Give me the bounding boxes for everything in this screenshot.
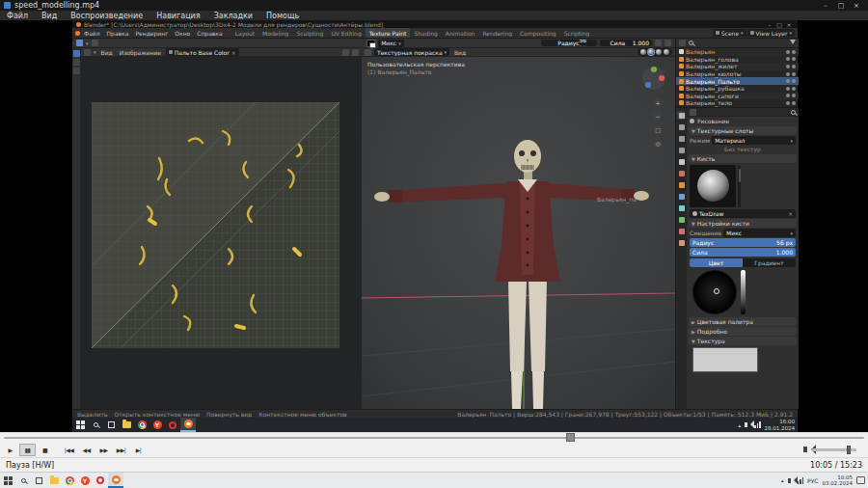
keyboard-language-label[interactable]: РУС: [807, 477, 818, 484]
stop-button[interactable]: ■: [37, 444, 53, 456]
blender-close-button[interactable]: ×: [784, 21, 794, 28]
eye-icon[interactable]: [786, 65, 790, 68]
material-shading-icon[interactable]: [656, 49, 662, 55]
tray-expand-icon[interactable]: ▴: [738, 422, 741, 428]
render-visibility-icon[interactable]: [792, 50, 796, 54]
bl-menu-edit[interactable]: Правка: [104, 30, 132, 37]
bl-menu-file[interactable]: Файл: [81, 30, 103, 37]
video-clock[interactable]: 16:00 28.01.2024: [765, 419, 796, 431]
image-selector[interactable]: Пальто Base Color ×: [166, 48, 239, 56]
frame-step-button[interactable]: ▶|: [130, 444, 147, 456]
brush-list-scrollbar[interactable]: [738, 165, 741, 207]
properties-tab-data[interactable]: [677, 215, 686, 224]
panel-texture-slots[interactable]: ▼Текстурные слоты: [689, 126, 797, 135]
outliner-item[interactable]: Валерьян_жилет: [676, 63, 799, 70]
mask-toggle-icon[interactable]: [342, 49, 349, 56]
chrome-icon[interactable]: [62, 473, 77, 488]
start-button-video[interactable]: [72, 418, 88, 432]
unlink-image-icon[interactable]: ×: [231, 49, 236, 56]
minimize-button[interactable]: –: [818, 2, 833, 10]
render-visibility-icon[interactable]: [792, 79, 796, 83]
image-image-menu[interactable]: Изображение: [118, 49, 163, 56]
tab-scripting[interactable]: Scripting: [560, 28, 594, 38]
eye-icon[interactable]: [786, 87, 790, 91]
wireframe-shading-icon[interactable]: [640, 49, 646, 55]
volume-tray-icon[interactable]: [788, 478, 791, 483]
seek-bar[interactable]: [0, 432, 868, 442]
color-wheel[interactable]: [692, 270, 737, 314]
fast-forward-button[interactable]: ▶▶: [95, 444, 112, 456]
mode-select[interactable]: Текстурная покраска▾: [374, 48, 449, 56]
tray-expand-icon[interactable]: ▴: [781, 477, 784, 483]
rendered-shading-icon[interactable]: [664, 49, 669, 55]
draw-brush-icon[interactable]: [73, 50, 80, 57]
outliner-editor-type-icon[interactable]: [679, 40, 686, 46]
navigation-gizmo[interactable]: [642, 67, 665, 90]
annotate-icon[interactable]: [73, 68, 80, 74]
play-button[interactable]: ▶: [2, 444, 18, 456]
zoom-icon[interactable]: +: [653, 97, 663, 107]
bl-menu-render[interactable]: Рендеринг: [132, 30, 171, 37]
blender-taskbar-icon-video[interactable]: [180, 418, 196, 432]
search-icon-video[interactable]: [88, 418, 103, 432]
outliner-item[interactable]: Валерьян_сапоги: [676, 93, 799, 100]
brush-preset-icon[interactable]: [92, 40, 98, 46]
primary-color-swatch[interactable]: [366, 40, 375, 47]
tab-shading[interactable]: Shading: [410, 28, 441, 38]
falloff-icon[interactable]: [655, 40, 662, 46]
tab-compositing[interactable]: Compositing: [516, 28, 560, 38]
chrome-icon-video[interactable]: [134, 418, 149, 432]
symmetry-icon[interactable]: [665, 40, 671, 46]
outliner-search-icon[interactable]: [689, 41, 693, 45]
gizmo-y-axis-icon[interactable]: [651, 67, 657, 72]
tab-layout[interactable]: Layout: [231, 28, 258, 38]
volume-tray-icon[interactable]: [745, 422, 747, 427]
bl-menu-window[interactable]: Окно: [172, 30, 193, 37]
media-player-taskbar-icon[interactable]: [108, 473, 123, 488]
skip-back-button[interactable]: |◀◀: [61, 444, 77, 456]
viewport-canvas[interactable]: Валерьян_па Пользовательская перспектива…: [362, 57, 675, 409]
tab-uv-editing[interactable]: UV Editing: [327, 28, 365, 38]
overlay-toggle-icon[interactable]: [352, 49, 359, 56]
ortho-toggle-icon[interactable]: ◎: [653, 138, 663, 148]
blend-mode-select[interactable]: Микс▾: [378, 40, 404, 47]
eye-icon[interactable]: [786, 79, 790, 83]
unlink-brush-icon[interactable]: ×: [788, 210, 793, 217]
outliner-item[interactable]: Валерьян_голова: [676, 56, 799, 64]
texture-preview[interactable]: [692, 347, 758, 372]
camera-view-icon[interactable]: □: [653, 124, 663, 134]
image-editor-type-icon[interactable]: [84, 49, 91, 56]
outliner-item[interactable]: Валерьян_тело: [676, 99, 799, 107]
task-view-icon-video[interactable]: [103, 418, 119, 432]
volume-icon[interactable]: [803, 447, 807, 452]
viewport-view-menu[interactable]: Вид: [452, 49, 468, 56]
tab-color[interactable]: Цвет: [690, 258, 743, 267]
yandex-icon[interactable]: Y: [77, 473, 93, 488]
properties-tab-render[interactable]: [677, 122, 686, 131]
close-button[interactable]: ×: [849, 2, 864, 10]
view-layer-selector[interactable]: View Layer▾: [747, 29, 795, 37]
filter-funnel-icon[interactable]: [790, 40, 796, 47]
blender-maximize-button[interactable]: □: [774, 21, 784, 28]
panel-color-palette[interactable]: ▶Цветовая палитра: [689, 317, 797, 326]
menu-navigation[interactable]: Навигация: [149, 12, 206, 20]
tab-gradient[interactable]: Градиент: [743, 258, 796, 267]
viewport-editor-type-icon[interactable]: [365, 49, 371, 56]
strength-slider-top[interactable]: Сила 1.000: [600, 40, 652, 46]
outliner-item[interactable]: Валерьян_рубашка: [676, 85, 799, 93]
network-tray-icon[interactable]: [798, 477, 804, 484]
gizmo-z-axis-icon[interactable]: [645, 82, 651, 88]
radius-slider-top[interactable]: Радиус 56 px: [541, 40, 597, 46]
seek-track[interactable]: [4, 437, 864, 439]
properties-tab-texture[interactable]: [677, 238, 686, 247]
taskbar-clock[interactable]: 10:05 03.02.2024: [823, 474, 854, 487]
texture-canvas[interactable]: [92, 102, 339, 348]
value-slider[interactable]: [741, 270, 746, 314]
opera-icon-video[interactable]: [165, 418, 180, 432]
tab-texture-paint[interactable]: Texture Paint: [366, 28, 411, 38]
strength-slider[interactable]: Сила 1.000: [690, 248, 796, 257]
render-visibility-icon[interactable]: [792, 94, 796, 97]
yandex-icon-video[interactable]: Y: [149, 418, 165, 432]
eye-icon[interactable]: [786, 94, 790, 97]
properties-tab-object[interactable]: [677, 180, 686, 189]
